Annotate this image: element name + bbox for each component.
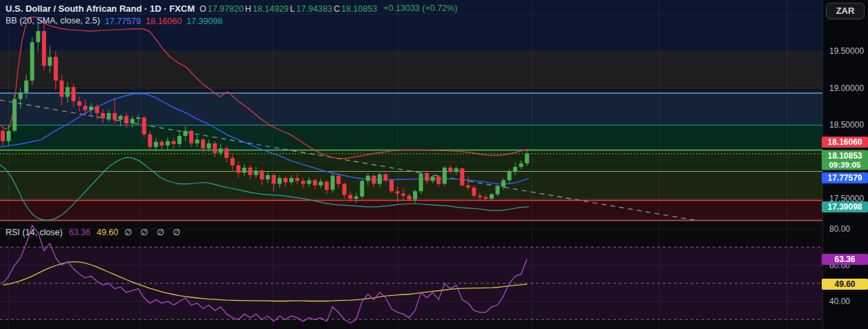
bar-countdown-timer: 09:39:05 [822,160,868,169]
price-badge: 17.77579 [822,172,868,183]
candle [42,31,46,66]
candle [136,117,140,119]
candle [54,57,58,81]
candle [343,184,347,195]
candle [484,197,488,199]
candle [348,195,352,199]
candle [201,139,205,148]
candle [289,178,293,182]
axis-tick: 19.50000 [829,46,864,56]
change-value: +0.13033 (+0.72%) [383,3,457,13]
axis-tick: 40.00 [829,297,850,306]
ohlc-values: O17.97820H18.14929L17.94383C18.10853 [200,2,378,14]
price-badge: 18.16060 [822,137,868,148]
ohlc-label: H [245,4,251,14]
zone-teal [0,126,822,150]
candle [207,143,211,149]
candle [496,187,500,195]
symbol-header-row[interactable]: U.S. Dollar / South African Rand · 1D · … [6,2,457,14]
candle [101,113,105,119]
symbol-title[interactable]: U.S. Dollar / South African Rand · 1D · … [6,3,195,14]
candle [271,175,276,184]
ohlc-value: 18.14929 [253,4,289,14]
candle [95,106,99,113]
candle [425,174,429,181]
candle [24,81,28,92]
price-badge: 49.60 [822,279,868,290]
candle [171,141,175,144]
candle [195,139,200,143]
candle [7,131,11,141]
axis-tick: 18.50000 [829,120,864,130]
candle [266,175,270,179]
candle [1,131,5,141]
rsi-indicator-title[interactable]: RSI (14, close) [6,228,63,237]
candle [519,163,523,167]
ohlc-value: 17.94383 [296,4,332,14]
candle [396,191,400,193]
candle [513,167,517,171]
bb-indicator-values: 17.7757918.1606017.39098 [105,14,227,27]
candle [177,136,182,144]
candle [336,176,340,184]
price-badge: 63.36 [822,254,868,265]
candle [30,42,35,81]
candle [472,188,476,196]
candle [383,175,387,181]
candle [71,87,75,101]
axis-tick: 80.00 [829,224,850,234]
candle [59,81,64,97]
candle [83,106,87,110]
candle [119,116,123,119]
bb-indicator-title[interactable]: BB (20, SMA, close, 2.5) [6,16,100,26]
candle [319,181,323,185]
rsi-empty-slots: ∅ ∅ ∅ ∅ [124,227,180,237]
ohlc-value: 18.10853 [341,4,377,14]
rsi-value: 63.36 [69,228,90,237]
candle [77,101,81,106]
candle [407,196,412,199]
candle [301,181,305,183]
ohlc-label: O [200,4,206,14]
axis-tick: 19.00000 [829,83,864,93]
zone-supply-gray [0,51,822,89]
bb-indicator-row[interactable]: BB (20, SMA, close, 2.5) 17.7757918.1606… [6,14,457,27]
candle [354,197,358,199]
candle [283,178,287,182]
candle [183,131,187,137]
candle [501,180,505,187]
rsi-indicator-row[interactable]: RSI (14, close) 63.36 49.60 ∅ ∅ ∅ ∅ [6,227,180,237]
candle [48,57,52,66]
candle [378,175,382,184]
candle [278,178,282,184]
candle [448,168,452,171]
rsi-ma-value: 49.60 [97,228,118,237]
candle [89,106,93,110]
candle [231,158,235,166]
price-axis[interactable]: ZAR 19.5000019.0000018.5000017.5000080.0… [822,0,868,329]
candle [413,191,417,199]
candle [154,142,158,148]
candle [148,134,152,147]
candle [443,168,447,184]
zone-supply-blue [0,93,822,126]
candle [431,177,435,181]
candle [166,141,170,146]
currency-toggle-button[interactable]: ZAR [826,3,865,19]
candle [66,87,70,97]
candle [454,168,459,171]
price-badge: 18.1085309:39:05 [822,150,868,170]
candle [389,180,394,191]
chart-canvas[interactable] [0,0,822,329]
candle [490,195,494,199]
candle [254,170,258,175]
candle [248,168,252,175]
candle [325,181,329,190]
candle [142,117,146,134]
candle [313,180,317,186]
candle [360,181,364,197]
candle [296,178,300,181]
candle [12,99,17,131]
price-badge: 17.39098 [822,201,868,212]
candle [131,119,135,123]
